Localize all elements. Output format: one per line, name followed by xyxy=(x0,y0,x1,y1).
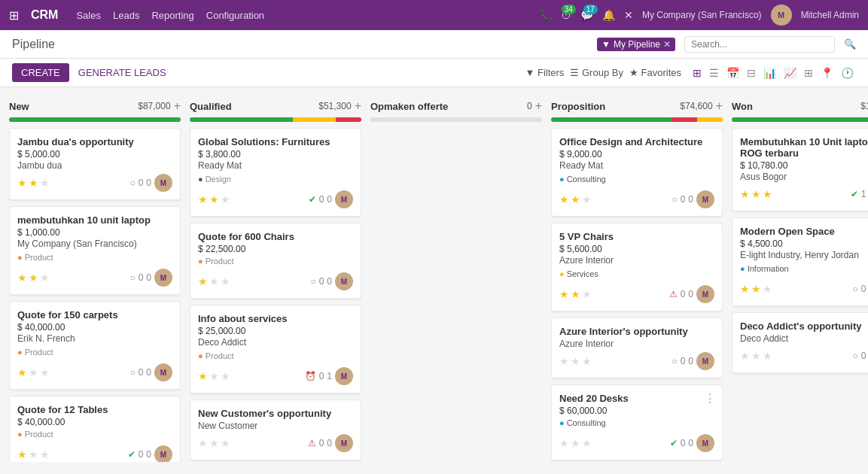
star-0[interactable]: ★ xyxy=(198,437,208,449)
kebab-menu[interactable]: ⋮ xyxy=(704,391,716,406)
chart-view-icon[interactable]: 📊 xyxy=(761,65,778,81)
list-view-icon[interactable]: ☰ xyxy=(707,65,721,81)
star-1[interactable]: ★ xyxy=(571,193,580,205)
card-item[interactable]: Quote for 150 carpets$ 40,000.00Erik N. … xyxy=(9,301,181,390)
card-item[interactable]: Membutuhkan 10 Unit laptop ROG terbaru$ … xyxy=(732,128,868,211)
filter-close[interactable]: ✕ xyxy=(663,39,671,50)
star-1[interactable]: ★ xyxy=(209,193,219,205)
star-1[interactable]: ★ xyxy=(751,188,761,200)
card-stars[interactable]: ★★★ xyxy=(559,193,592,205)
nav-configuration[interactable]: Configuration xyxy=(206,10,264,21)
card-item[interactable]: membutuhkan 10 unit laptop$ 1,000.00My C… xyxy=(9,206,181,295)
close-icon[interactable]: ✕ xyxy=(624,9,633,21)
col-add-proposition[interactable]: + xyxy=(716,99,723,113)
star-0[interactable]: ★ xyxy=(740,188,750,200)
star-0[interactable]: ★ xyxy=(740,283,750,295)
card-item[interactable]: ⋮Need 20 Desks$ 60,000.00Consulting ★★★ … xyxy=(551,384,723,460)
star-1[interactable]: ★ xyxy=(571,355,580,367)
card-item[interactable]: Deco Addict's opportunityDeco Addict ★★★… xyxy=(732,312,868,373)
card-item[interactable]: Modern Open Space$ 4,500.00E-light Indus… xyxy=(732,217,868,306)
card-item[interactable]: Azure Interior's opportunityAzure Interi… xyxy=(551,318,723,378)
bell-icon[interactable]: 🔔 xyxy=(602,9,615,21)
card-stars[interactable]: ★★★ xyxy=(198,370,230,382)
chat-icon[interactable]: 💬17 xyxy=(580,9,593,21)
star-2[interactable]: ★ xyxy=(40,177,50,189)
star-1[interactable]: ★ xyxy=(209,437,219,449)
create-button[interactable]: CREATE xyxy=(12,63,69,82)
star-2[interactable]: ★ xyxy=(40,366,50,378)
star-0[interactable]: ★ xyxy=(17,177,27,189)
star-1[interactable]: ★ xyxy=(29,448,38,460)
card-stars[interactable]: ★★★ xyxy=(17,448,50,460)
user-avatar[interactable]: M xyxy=(771,5,792,26)
star-2[interactable]: ★ xyxy=(221,193,230,205)
group-by-button[interactable]: ☰ Group By xyxy=(570,67,623,78)
card-item[interactable]: Jambu dua's opportunity$ 5,000.00Jambu d… xyxy=(9,128,181,200)
card-item[interactable]: 5 VP Chairs$ 5,600.00Azure InteriorServi… xyxy=(551,223,723,311)
clock-view-icon[interactable]: 🕐 xyxy=(839,65,856,81)
star-1[interactable]: ★ xyxy=(571,437,580,449)
star-2[interactable]: ★ xyxy=(221,275,230,287)
star-0[interactable]: ★ xyxy=(198,275,208,287)
search-icon[interactable]: 🔍 xyxy=(844,38,856,50)
nav-sales[interactable]: Sales xyxy=(76,10,101,21)
calendar-view-icon[interactable]: 📅 xyxy=(724,65,742,81)
card-item[interactable]: New Customer's opportunityNew Customer ★… xyxy=(190,400,361,460)
star-0[interactable]: ★ xyxy=(559,288,569,300)
card-item[interactable]: Info about services$ 25,000.00Deco Addic… xyxy=(190,305,361,393)
card-item[interactable]: Quote for 12 Tables$ 40,000.00Product ★★… xyxy=(9,396,181,462)
star-2[interactable]: ★ xyxy=(763,283,772,295)
card-stars[interactable]: ★★★ xyxy=(559,288,592,300)
nav-leads[interactable]: Leads xyxy=(113,10,139,21)
generate-leads-button[interactable]: GENERATE LEADS xyxy=(78,67,166,78)
phone-icon[interactable]: 📞 xyxy=(539,9,552,21)
search-input[interactable] xyxy=(684,36,835,53)
star-0[interactable]: ★ xyxy=(559,437,569,449)
star-2[interactable]: ★ xyxy=(40,448,50,460)
card-item[interactable]: Global Solutions: Furnitures$ 3,800.00Re… xyxy=(190,128,361,217)
card-stars[interactable]: ★★★ xyxy=(17,366,50,378)
col-add-qualified[interactable]: + xyxy=(355,99,361,113)
star-0[interactable]: ★ xyxy=(559,355,569,367)
star-0[interactable]: ★ xyxy=(559,193,569,205)
card-item[interactable]: Office Design and Architecture$ 9,000.00… xyxy=(551,128,723,217)
star-1[interactable]: ★ xyxy=(751,350,761,362)
kanban-view-icon[interactable]: ⊞ xyxy=(690,65,704,81)
card-stars[interactable]: ★★★ xyxy=(17,272,50,284)
filters-button[interactable]: ▼ Filters xyxy=(525,67,564,78)
table-view-icon[interactable]: ⊟ xyxy=(745,65,758,81)
star-0[interactable]: ★ xyxy=(17,272,27,284)
card-item[interactable]: Quote for 600 Chairs$ 22,500.00Product ★… xyxy=(190,223,361,299)
favorites-button[interactable]: ★ Favorites xyxy=(629,67,681,78)
star-2[interactable]: ★ xyxy=(582,288,592,300)
star-0[interactable]: ★ xyxy=(198,370,208,382)
card-stars[interactable]: ★★★ xyxy=(740,188,772,200)
nav-reporting[interactable]: Reporting xyxy=(151,10,193,21)
star-1[interactable]: ★ xyxy=(571,288,580,300)
card-stars[interactable]: ★★★ xyxy=(559,437,592,449)
apps-icon[interactable]: ⊞ xyxy=(9,8,19,23)
card-stars[interactable]: ★★★ xyxy=(198,275,230,287)
star-1[interactable]: ★ xyxy=(29,366,38,378)
star-1[interactable]: ★ xyxy=(209,370,219,382)
card-stars[interactable]: ★★★ xyxy=(17,177,50,189)
star-2[interactable]: ★ xyxy=(763,188,772,200)
star-2[interactable]: ★ xyxy=(582,355,592,367)
card-stars[interactable]: ★★★ xyxy=(198,193,230,205)
clock-icon[interactable]: ⏱34 xyxy=(561,9,571,21)
star-1[interactable]: ★ xyxy=(751,283,761,295)
map-view-icon[interactable]: 📍 xyxy=(818,65,836,81)
star-0[interactable]: ★ xyxy=(17,448,27,460)
star-1[interactable]: ★ xyxy=(29,177,38,189)
col-add-opmaken[interactable]: + xyxy=(535,99,542,113)
star-0[interactable]: ★ xyxy=(198,193,208,205)
star-1[interactable]: ★ xyxy=(29,272,38,284)
star-2[interactable]: ★ xyxy=(40,272,50,284)
filter-tag[interactable]: ▼ My Pipeline ✕ xyxy=(597,38,675,51)
card-stars[interactable]: ★★★ xyxy=(198,437,230,449)
star-2[interactable]: ★ xyxy=(763,350,772,362)
star-2[interactable]: ★ xyxy=(221,437,230,449)
star-2[interactable]: ★ xyxy=(582,437,592,449)
star-1[interactable]: ★ xyxy=(209,275,219,287)
col-add-new[interactable]: + xyxy=(174,99,181,113)
